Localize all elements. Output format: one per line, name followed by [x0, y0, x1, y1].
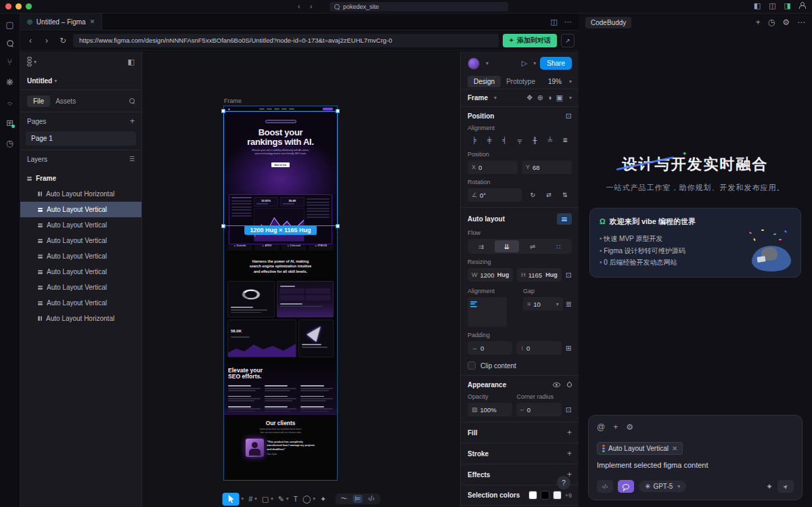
clip-content-checkbox[interactable]: [468, 361, 476, 370]
layer-item[interactable]: Auto Layout Vertical: [20, 264, 141, 280]
frame-type-dropdown[interactable]: Frame: [468, 94, 488, 102]
distribute-icon[interactable]: ≣: [559, 134, 572, 146]
tab-file[interactable]: File: [27, 95, 50, 107]
source-control-icon[interactable]: ⑂: [7, 58, 13, 66]
frame-name-label[interactable]: Frame: [224, 97, 242, 104]
split-editor-icon[interactable]: ◫: [551, 18, 558, 26]
move-tool-caret[interactable]: ▾: [242, 496, 244, 502]
mention-icon[interactable]: @: [597, 422, 605, 432]
align-v-center-icon[interactable]: ╫: [528, 134, 541, 146]
flow-wrap-icon[interactable]: ⇌: [520, 240, 545, 252]
account-icon[interactable]: [799, 2, 805, 8]
instance-icon[interactable]: ▣: [556, 94, 563, 102]
close-window-button[interactable]: [5, 3, 12, 9]
flip-vertical-icon[interactable]: ⇅: [558, 189, 572, 201]
align-top-icon[interactable]: ╤: [513, 134, 526, 146]
toggle-left-panel-icon[interactable]: ◧: [754, 2, 761, 9]
code-mode-button[interactable]: ‹/›: [597, 480, 613, 493]
send-button[interactable]: ➤: [777, 480, 794, 493]
layer-item[interactable]: Auto Layout Vertical: [20, 233, 141, 248]
color-swatch-light[interactable]: [553, 491, 562, 500]
more-options-icon[interactable]: ⋯: [797, 18, 805, 27]
figma-context-chip[interactable]: Auto Layout Vertical ✕: [597, 442, 683, 455]
debug-icon[interactable]: ❋: [6, 78, 14, 87]
global-search-input[interactable]: pokedex_site: [330, 2, 508, 12]
settings-gear-icon[interactable]: ⚙: [782, 18, 790, 27]
history-icon[interactable]: ◷: [768, 18, 775, 27]
rotation-input[interactable]: ∠0°: [468, 188, 522, 202]
collapse-panel-icon[interactable]: ◧: [128, 58, 135, 66]
share-button[interactable]: Share: [540, 57, 572, 70]
layer-item[interactable]: Auto Layout Vertical: [20, 248, 141, 264]
mask-icon[interactable]: ◑: [547, 94, 552, 102]
align-h-center-icon[interactable]: ╪: [482, 134, 495, 146]
color-swatch-white[interactable]: [528, 491, 537, 500]
back-icon[interactable]: ‹: [24, 36, 37, 45]
dev-mode-toggle-icon[interactable]: ⊨: [353, 495, 363, 503]
close-tab-icon[interactable]: ✕: [90, 18, 95, 25]
color-swatch-black[interactable]: [541, 491, 549, 500]
individual-corners-icon[interactable]: ⊡: [566, 403, 572, 416]
align-right-icon[interactable]: ╡: [498, 134, 511, 146]
remote-explorer-icon[interactable]: ⌔: [7, 98, 13, 107]
toggle-right-panel-icon[interactable]: ◨: [784, 2, 791, 9]
tab-design[interactable]: Design: [468, 76, 501, 87]
layers-search-icon[interactable]: [129, 98, 135, 104]
avatar[interactable]: [468, 58, 480, 70]
layer-item[interactable]: Auto Layout Vertical: [20, 295, 141, 311]
page-item[interactable]: Page 1: [26, 131, 136, 146]
model-selector[interactable]: ✳ GPT-5 ▾: [639, 481, 686, 492]
file-name[interactable]: Untitled: [27, 77, 52, 85]
comment-tool-icon[interactable]: ◯: [302, 495, 311, 503]
text-tool-icon[interactable]: T: [293, 495, 298, 503]
figma-canvas[interactable]: Frame Boost yourrankings with AI. Elevat…: [142, 51, 460, 507]
new-chat-icon[interactable]: +: [756, 18, 761, 27]
maximize-window-button[interactable]: [26, 3, 32, 9]
tools-icon[interactable]: ⚙: [626, 422, 633, 432]
layer-item[interactable]: Auto Layout Horizontal: [20, 311, 141, 326]
remove-chip-icon[interactable]: ✕: [672, 445, 677, 452]
chat-message-input[interactable]: Implement selected figma content: [597, 461, 794, 469]
layers-options-icon[interactable]: ☰: [129, 156, 135, 162]
editor-more-icon[interactable]: ⋯: [564, 18, 572, 26]
url-input[interactable]: https://www.figma.com/design/nNNNFAsnF5x…: [73, 34, 499, 47]
pen-tool-icon[interactable]: ✎: [278, 495, 284, 503]
draw-mode-icon[interactable]: 〜: [340, 495, 347, 502]
alignment-grid[interactable]: ········: [468, 297, 507, 327]
union-icon[interactable]: ⊕: [537, 94, 543, 102]
history-back-icon[interactable]: ‹: [298, 2, 300, 10]
flow-horizontal-icon[interactable]: ⇉: [469, 240, 493, 252]
design-frame[interactable]: Boost yourrankings with AI. Elevate your…: [224, 106, 337, 480]
explorer-icon[interactable]: ▢: [5, 20, 14, 29]
add-fill-icon[interactable]: +: [567, 428, 572, 437]
history-forward-icon[interactable]: ›: [310, 2, 313, 10]
layer-item[interactable]: Auto Layout Vertical: [20, 217, 141, 233]
constraints-icon[interactable]: ⊡: [566, 112, 572, 120]
corner-radius-input[interactable]: ⌐0: [516, 403, 561, 416]
layer-item-selected[interactable]: Auto Layout Vertical: [20, 202, 141, 217]
chat-mode-button[interactable]: [618, 480, 634, 493]
layer-item[interactable]: Auto Layout Vertical: [20, 280, 141, 295]
add-to-chat-button[interactable]: ✦ 添加到对话: [503, 34, 557, 47]
forward-icon[interactable]: ›: [41, 36, 53, 45]
blend-mode-icon[interactable]: [566, 382, 573, 389]
component-icon[interactable]: ❖: [526, 94, 533, 102]
extensions-icon[interactable]: ⊞: [6, 118, 14, 127]
frame-tool-icon[interactable]: #: [248, 495, 252, 503]
y-position-input[interactable]: Y68: [522, 160, 572, 174]
horizontal-padding-input[interactable]: ↔0: [468, 341, 512, 355]
tab-untitled-figma[interactable]: ◎ Untitled – Figma ✕: [20, 14, 102, 30]
layer-frame[interactable]: Frame: [20, 171, 141, 186]
window-controls[interactable]: [5, 3, 32, 9]
flow-grid-icon[interactable]: ∷: [546, 240, 570, 252]
present-icon[interactable]: ▷: [522, 60, 527, 67]
individual-padding-icon[interactable]: ⊞: [566, 341, 572, 355]
actions-tool-icon[interactable]: ✦: [320, 495, 326, 503]
reload-icon[interactable]: ↻: [57, 36, 69, 45]
zoom-level[interactable]: 19%: [548, 78, 562, 85]
resize-options-icon[interactable]: ⊡: [566, 268, 572, 282]
gap-distribute-icon[interactable]: ≣: [566, 301, 572, 308]
selection-handle[interactable]: [221, 224, 225, 228]
x-position-input[interactable]: X0: [468, 160, 518, 174]
add-stroke-icon[interactable]: +: [567, 449, 572, 458]
